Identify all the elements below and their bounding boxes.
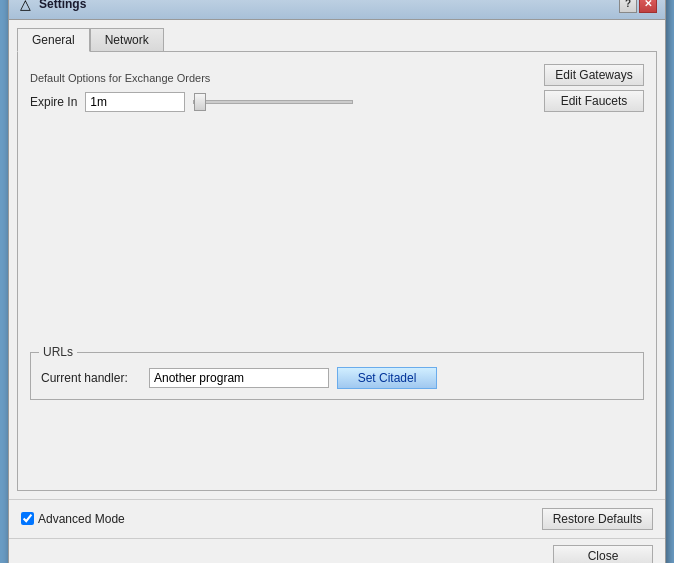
advanced-mode-checkbox[interactable] xyxy=(21,512,34,525)
advanced-mode-label: Advanced Mode xyxy=(38,512,125,526)
restore-defaults-button[interactable]: Restore Defaults xyxy=(542,508,653,530)
urls-box: URLs Current handler: Set Citadel xyxy=(30,352,644,400)
tab-network[interactable]: Network xyxy=(90,28,164,51)
help-button[interactable]: ? xyxy=(619,0,637,13)
edit-faucets-button[interactable]: Edit Faucets xyxy=(544,90,644,112)
expire-input[interactable] xyxy=(85,92,185,112)
slider-container xyxy=(193,100,546,104)
close-area: Close xyxy=(9,538,665,564)
tabs: General Network xyxy=(17,28,657,51)
settings-dialog: △ Settings ? ✕ General Network Edit Gate… xyxy=(8,0,666,563)
title-bar: △ Settings ? ✕ xyxy=(9,0,665,20)
close-button[interactable]: Close xyxy=(553,545,653,564)
current-handler-label: Current handler: xyxy=(41,371,141,385)
edit-gateways-button[interactable]: Edit Gateways xyxy=(544,64,644,86)
title-bar-left: △ Settings xyxy=(17,0,86,12)
expire-label: Expire In xyxy=(30,95,77,109)
tab-general[interactable]: General xyxy=(17,28,90,52)
set-citadel-button[interactable]: Set Citadel xyxy=(337,367,437,389)
top-buttons: Edit Gateways Edit Faucets xyxy=(544,64,644,112)
bottom-area: Advanced Mode Restore Defaults xyxy=(9,499,665,538)
current-handler-input[interactable] xyxy=(149,368,329,388)
advanced-mode-group: Advanced Mode xyxy=(21,512,125,526)
dialog-content: General Network Edit Gateways Edit Fauce… xyxy=(9,20,665,499)
title-bar-buttons: ? ✕ xyxy=(619,0,657,13)
url-row: Current handler: Set Citadel xyxy=(41,367,633,389)
tab-panel-general: Edit Gateways Edit Faucets Default Optio… xyxy=(17,51,657,491)
close-title-button[interactable]: ✕ xyxy=(639,0,657,13)
urls-section: URLs Current handler: Set Citadel xyxy=(30,352,644,400)
app-icon: △ xyxy=(17,0,33,12)
urls-box-label: URLs xyxy=(39,345,77,359)
slider[interactable] xyxy=(193,100,353,104)
dialog-title: Settings xyxy=(39,0,86,11)
